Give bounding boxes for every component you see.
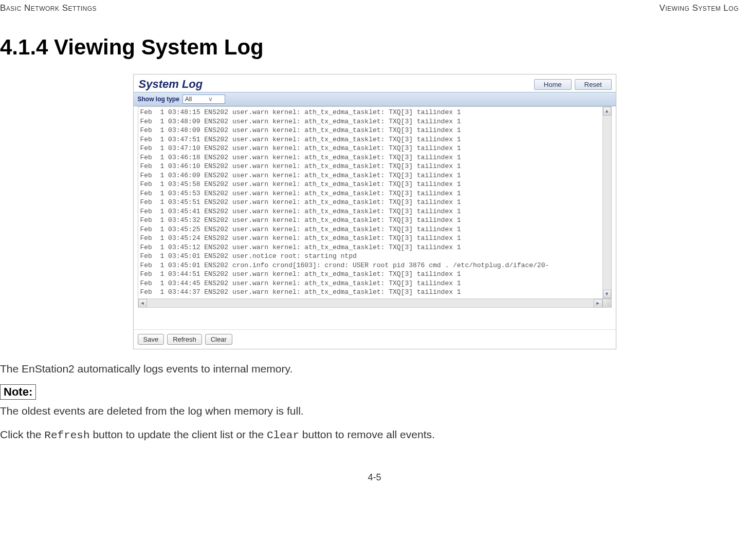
- log-textarea[interactable]: Feb 1 03:48:15 ENS202 user.warn kernel: …: [138, 106, 612, 308]
- save-button[interactable]: Save: [138, 334, 165, 345]
- note-label: Note:: [0, 384, 36, 400]
- scroll-left-icon[interactable]: ◄: [138, 299, 147, 308]
- horizontal-scrollbar[interactable]: ◄ ►: [138, 298, 611, 307]
- vertical-scrollbar[interactable]: ▲ ▼: [602, 107, 611, 298]
- panel-title: System Log: [139, 78, 203, 91]
- scroll-down-icon[interactable]: ▼: [603, 290, 611, 298]
- header-left: Basic Network Settings: [0, 3, 97, 13]
- refresh-button[interactable]: Refresh: [167, 334, 202, 345]
- resize-grip-icon: [602, 298, 611, 307]
- note-text: The oldest events are deleted from the l…: [0, 405, 749, 417]
- scroll-up-icon[interactable]: ▲: [603, 107, 611, 116]
- section-heading: 4.1.4 Viewing System Log: [0, 35, 749, 60]
- log-type-select[interactable]: All v: [182, 95, 225, 104]
- clear-button[interactable]: Clear: [205, 334, 232, 345]
- scroll-right-icon[interactable]: ►: [594, 299, 602, 308]
- paragraph-intro: The EnStation2 automatically logs events…: [0, 363, 749, 375]
- system-log-panel: System Log Home Reset Show log type All …: [133, 74, 616, 349]
- home-button[interactable]: Home: [534, 79, 572, 90]
- reset-button[interactable]: Reset: [575, 79, 612, 90]
- page-number: 4-5: [0, 472, 749, 488]
- filter-label: Show log type: [138, 96, 179, 103]
- chevron-down-icon: v: [209, 96, 212, 103]
- header-right: Viewing System Log: [659, 3, 739, 13]
- paragraph-instructions: Click the Refresh button to update the c…: [0, 428, 749, 441]
